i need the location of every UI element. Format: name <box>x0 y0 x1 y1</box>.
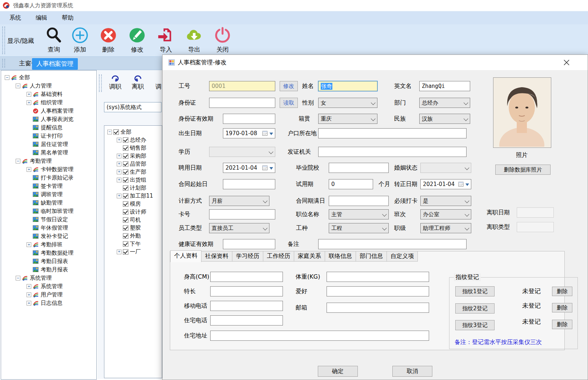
checkbox-checked-icon[interactable] <box>123 225 128 231</box>
menu-system[interactable]: 系统 <box>4 13 26 23</box>
specialty-input[interactable] <box>210 286 283 296</box>
read-id-button[interactable]: 读取 <box>280 98 298 108</box>
expand-icon[interactable]: + <box>27 301 31 306</box>
nav-tree-node[interactable]: 调班管理 <box>1 190 96 199</box>
dept-tree-node[interactable]: +生产部 <box>104 168 162 176</box>
graduate-school-input[interactable] <box>329 163 389 173</box>
nav-tree-node[interactable]: 缺勤管理 <box>1 199 96 207</box>
nav-tree-node[interactable]: 居住证管理 <box>1 140 96 149</box>
hobby-input[interactable] <box>327 286 429 296</box>
nav-tree-node[interactable]: 签卡管理 <box>1 182 96 190</box>
health-cert-input[interactable] <box>223 239 275 249</box>
delete-button[interactable]: 删除 <box>95 26 121 54</box>
resign-date-input[interactable] <box>517 207 554 218</box>
card-number-input[interactable] <box>209 209 275 219</box>
nav-tree-node[interactable]: 证卡打印 <box>1 132 96 140</box>
checkbox-checked-icon[interactable] <box>123 145 128 151</box>
query-button[interactable]: 查询 <box>41 26 67 54</box>
dept-tree-node[interactable]: 计划部 <box>104 184 162 192</box>
department-combo[interactable]: 总经办 <box>419 98 470 108</box>
collapse-icon[interactable]: − <box>16 84 20 88</box>
expand-icon[interactable]: + <box>117 138 121 142</box>
collapse-icon[interactable]: − <box>5 75 9 80</box>
expand-icon[interactable]: + <box>117 154 121 158</box>
fingerprint1-delete-button[interactable]: 删除 <box>552 287 572 296</box>
checkbox-checked-icon[interactable] <box>123 201 128 207</box>
expand-icon[interactable]: + <box>27 100 31 105</box>
nav-tree-node[interactable]: 人事档案管理 <box>1 107 96 115</box>
format-combo[interactable]: (sys)系统格式 <box>104 102 161 112</box>
education-combo[interactable] <box>209 147 275 157</box>
nav-tree-node[interactable]: +卡钟数据管理 <box>1 165 96 174</box>
nav-tree-node[interactable]: +日志信息 <box>1 299 96 307</box>
nav-tree-node[interactable]: 临时加班管理 <box>1 207 96 215</box>
expand-icon[interactable]: + <box>117 178 121 182</box>
toggle-panel-button[interactable]: 显示/隐藏 <box>7 37 34 45</box>
add-button[interactable]: 添加 <box>67 26 93 54</box>
ok-button[interactable]: 确定 <box>318 366 358 377</box>
shift-combo[interactable]: 办公室 <box>420 209 471 219</box>
checkbox-checked-icon[interactable] <box>123 153 128 159</box>
tab-personnel-archive[interactable]: 人事档案管理 <box>32 58 78 70</box>
nav-tree-node[interactable]: −全部 <box>1 73 96 82</box>
import-button[interactable]: 导入 <box>153 26 179 54</box>
dept-toolbar-grip[interactable] <box>99 74 102 92</box>
dialog-tab-1[interactable]: 社保资料 <box>201 251 232 262</box>
height-input[interactable] <box>210 272 283 282</box>
checkbox-checked-icon[interactable] <box>123 185 128 191</box>
email-input[interactable] <box>327 303 429 313</box>
checkbox-checked-icon[interactable] <box>123 177 128 183</box>
nav-tree-node[interactable]: 人事报表浏览 <box>1 115 96 124</box>
fingerprint1-register-button[interactable]: 指纹1登记 <box>455 286 495 296</box>
expand-icon[interactable]: + <box>27 242 31 247</box>
birth-date-picker[interactable]: 1970-01-08 <box>223 128 275 138</box>
expand-icon[interactable]: + <box>117 250 121 254</box>
probation-input[interactable]: 0 <box>329 179 373 189</box>
dialog-tab-0[interactable]: 个人资料 <box>170 250 201 262</box>
dialog-tab-2[interactable]: 学习经历 <box>232 251 263 262</box>
nav-tree-node[interactable]: 考勤数据处理 <box>1 249 96 257</box>
toolbar-grip[interactable] <box>2 27 5 54</box>
nav-tree-node[interactable]: +用户管理 <box>1 291 96 299</box>
nav-tree-node[interactable]: −系统管理 <box>1 274 96 282</box>
nav-tree-node[interactable]: 发补卡登记 <box>1 232 96 240</box>
id-validity-input[interactable] <box>223 114 275 124</box>
fingerprint2-register-button[interactable]: 指纹2登记 <box>455 303 495 314</box>
checkbox-checked-icon[interactable] <box>123 217 128 223</box>
rank-combo[interactable]: 助理工程师 <box>420 223 471 233</box>
menu-help[interactable]: 帮助 <box>57 13 79 23</box>
nav-tree-node[interactable]: +基础资料 <box>1 90 96 98</box>
dept-tree-node[interactable]: −全部 <box>104 128 162 136</box>
resign-button[interactable]: 离职 <box>127 73 148 91</box>
fingerprint3-delete-button[interactable]: 删除 <box>552 320 572 329</box>
dept-tree-node[interactable]: +出货组 <box>104 176 162 184</box>
dialog-tab-5[interactable]: 联络信息 <box>325 251 356 262</box>
mobile-input[interactable] <box>210 301 283 311</box>
checkbox-checked-icon[interactable] <box>123 209 128 215</box>
expand-icon[interactable]: + <box>27 92 31 97</box>
resign-type-input[interactable] <box>517 222 554 232</box>
fingerprint2-delete-button[interactable]: 删除 <box>552 303 572 312</box>
expand-icon[interactable]: + <box>117 170 121 174</box>
menu-edit[interactable]: 编辑 <box>31 13 52 23</box>
collapse-icon[interactable]: − <box>16 159 20 163</box>
dialog-tab-7[interactable]: 自定义项 <box>387 251 418 262</box>
dept-tree-node[interactable]: 塑胶 <box>104 224 162 232</box>
dept-tree-node[interactable]: +品管部 <box>104 160 162 168</box>
hire-date-picker[interactable]: 2021-01-04 <box>223 163 275 173</box>
employee-type-combo[interactable]: 直接员工 <box>209 223 269 233</box>
checkbox-checked-icon[interactable] <box>123 161 128 167</box>
checkbox-checked-icon[interactable] <box>123 233 128 239</box>
employee-id-input[interactable]: 0001 <box>209 81 275 91</box>
modify-id-button[interactable]: 修改 <box>280 81 298 91</box>
dialog-close-icon[interactable] <box>563 59 570 66</box>
pay-type-combo[interactable]: 月薪 <box>209 196 269 206</box>
checkbox-checked-icon[interactable] <box>113 129 119 135</box>
nav-tree-node[interactable]: +系统管理 <box>1 282 96 291</box>
home-address-input[interactable] <box>210 331 429 341</box>
dept-tree-node[interactable]: +加工部11 <box>104 192 162 200</box>
transfer-button[interactable]: 调职 <box>105 73 126 91</box>
dialog-tab-3[interactable]: 工作经历 <box>263 251 294 262</box>
contract-end-input[interactable] <box>329 196 389 206</box>
dept-tree-node[interactable]: 司机 <box>104 216 162 224</box>
